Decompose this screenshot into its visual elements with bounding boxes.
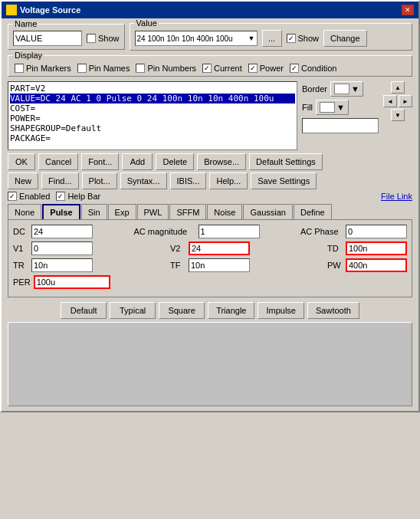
bottom-buttons-row: Default Typical Square Triangle Impulse … bbox=[8, 302, 412, 319]
power-checkbox[interactable]: ✓ bbox=[248, 64, 258, 73]
value-group-label: Value bbox=[135, 18, 159, 28]
help-bar-checkbox[interactable]: ✓ bbox=[56, 192, 65, 201]
fill-row: Fill ▼ bbox=[302, 100, 379, 115]
right-arrow-button[interactable]: ► bbox=[399, 95, 412, 107]
find-button[interactable]: Find... bbox=[41, 172, 79, 189]
enabled-checkbox[interactable]: ✓ bbox=[8, 192, 17, 201]
per-label: PER bbox=[13, 278, 31, 287]
help-button[interactable]: Help... bbox=[209, 172, 248, 189]
ok-button[interactable]: OK bbox=[8, 153, 35, 170]
tab-gaussian[interactable]: Gaussian bbox=[243, 204, 292, 219]
typical-button[interactable]: Typical bbox=[110, 302, 156, 319]
tabs-bar: None Pulse Sin Exp PWL SFFM Noise Gaussi… bbox=[8, 204, 412, 219]
name-input[interactable] bbox=[13, 31, 82, 46]
text-line-6: PACKAGE= bbox=[10, 133, 295, 143]
text-line-1: PART=V2 bbox=[10, 84, 295, 94]
ac-phase-input[interactable] bbox=[346, 225, 407, 238]
main-window: ⚡ Voltage Source ✕ Name Show Value bbox=[0, 0, 420, 412]
tab-pwl[interactable]: PWL bbox=[137, 204, 169, 219]
ac-magnitude-label: AC magnitude bbox=[134, 227, 195, 236]
square-button[interactable]: Square bbox=[159, 302, 205, 319]
close-button[interactable]: ✕ bbox=[402, 5, 414, 15]
display-group-label: Display bbox=[13, 51, 44, 60]
tab-define[interactable]: Define bbox=[294, 204, 332, 219]
border-swatch bbox=[334, 84, 349, 94]
syntax-button[interactable]: Syntax... bbox=[120, 172, 167, 189]
text-area-section: PART=V2 VALUE=DC 24 AC 1 0 Pulse 0 24 10… bbox=[8, 81, 412, 150]
border-color-button[interactable]: ▼ bbox=[330, 81, 363, 97]
display-condition[interactable]: ✓ Condition bbox=[290, 64, 336, 73]
v2-input[interactable] bbox=[189, 241, 250, 255]
per-input[interactable] bbox=[34, 275, 110, 289]
change-button[interactable]: Change bbox=[323, 30, 367, 47]
down-arrow-button[interactable]: ▼ bbox=[391, 109, 405, 121]
file-link[interactable]: File Link bbox=[381, 192, 412, 201]
value-show-label: ✓ Show bbox=[287, 34, 320, 43]
pin-numbers-checkbox[interactable] bbox=[136, 64, 145, 73]
value-show-checkbox[interactable]: ✓ bbox=[287, 34, 296, 43]
display-pin-numbers[interactable]: Pin Numbers bbox=[136, 64, 196, 73]
title-bar-left: ⚡ Voltage Source bbox=[6, 5, 80, 15]
fill-label: Fill bbox=[302, 103, 313, 112]
save-settings-button[interactable]: Save Settings bbox=[251, 172, 317, 189]
condition-checkbox[interactable]: ✓ bbox=[290, 64, 299, 73]
fill-color-display bbox=[302, 118, 379, 133]
tab-noise[interactable]: Noise bbox=[207, 204, 242, 219]
plot-button[interactable]: Plot... bbox=[82, 172, 117, 189]
dc-label: DC bbox=[13, 227, 28, 236]
border-fill-section: Border ▼ Fill ▼ bbox=[302, 81, 379, 150]
triangle-button[interactable]: Triangle bbox=[208, 302, 254, 319]
tr-label: TR bbox=[13, 261, 28, 270]
pulse-row-2: V1 V2 TD bbox=[13, 241, 407, 255]
pin-markers-checkbox[interactable] bbox=[15, 64, 24, 73]
tab-sffm[interactable]: SFFM bbox=[169, 204, 206, 219]
tr-input[interactable] bbox=[31, 258, 93, 272]
up-arrow-button[interactable]: ▲ bbox=[391, 81, 405, 94]
cancel-button[interactable]: Cancel bbox=[38, 153, 78, 170]
display-current[interactable]: ✓ Current bbox=[202, 64, 242, 73]
display-pin-markers[interactable]: Pin Markers bbox=[15, 64, 71, 73]
browse-button[interactable]: Browse... bbox=[197, 153, 246, 170]
td-input[interactable] bbox=[346, 241, 407, 255]
delete-button[interactable]: Delete bbox=[156, 153, 194, 170]
sawtooth-button[interactable]: Sawtooth bbox=[307, 302, 359, 319]
ibis-button[interactable]: IBIS... bbox=[170, 172, 207, 189]
left-arrow-button[interactable]: ◄ bbox=[383, 95, 397, 107]
td-label: TD bbox=[327, 244, 343, 253]
pulse-row-3: TR TF PW bbox=[13, 258, 407, 272]
tab-none[interactable]: None bbox=[8, 204, 41, 219]
name-group-label: Name bbox=[13, 19, 38, 28]
value-dropdown[interactable]: 24 100n 10n 10n 400n 100u ▼ bbox=[135, 31, 258, 46]
impulse-button[interactable]: Impulse bbox=[258, 302, 304, 319]
pw-input[interactable] bbox=[346, 258, 407, 272]
tab-sin[interactable]: Sin bbox=[81, 204, 107, 219]
add-button[interactable]: Add bbox=[122, 153, 153, 170]
font-button[interactable]: Font... bbox=[81, 153, 119, 170]
name-show-checkbox[interactable] bbox=[87, 34, 96, 43]
new-button[interactable]: New bbox=[8, 172, 38, 189]
border-row: Border ▼ bbox=[302, 81, 379, 97]
name-show-label: Show bbox=[87, 34, 120, 43]
dc-input[interactable] bbox=[31, 225, 93, 238]
fill-swatch bbox=[320, 102, 335, 113]
ac-magnitude-input[interactable] bbox=[199, 225, 260, 238]
window-title: Voltage Source bbox=[20, 5, 80, 15]
display-pin-names[interactable]: Pin Names bbox=[77, 64, 130, 73]
title-bar: ⚡ Voltage Source ✕ bbox=[2, 2, 418, 18]
property-text-area[interactable]: PART=V2 VALUE=DC 24 AC 1 0 Pulse 0 24 10… bbox=[8, 81, 297, 150]
v1-input[interactable] bbox=[31, 241, 93, 255]
enabled-label[interactable]: ✓ Enabled bbox=[8, 192, 50, 201]
name-group: Name Show bbox=[8, 24, 125, 50]
ellipsis-button[interactable]: ... bbox=[262, 30, 282, 47]
fill-color-button[interactable]: ▼ bbox=[316, 100, 349, 115]
pin-names-checkbox[interactable] bbox=[77, 64, 87, 73]
tab-exp[interactable]: Exp bbox=[108, 204, 136, 219]
ac-phase-label: AC Phase bbox=[300, 227, 343, 236]
current-checkbox[interactable]: ✓ bbox=[202, 64, 212, 73]
tf-input[interactable] bbox=[189, 258, 250, 272]
default-button[interactable]: Default bbox=[61, 302, 107, 319]
tab-pulse[interactable]: Pulse bbox=[42, 204, 80, 219]
help-bar-label[interactable]: ✓ Help Bar bbox=[56, 192, 100, 201]
default-settings-button[interactable]: Default Settings bbox=[249, 153, 323, 170]
display-power[interactable]: ✓ Power bbox=[248, 64, 284, 73]
